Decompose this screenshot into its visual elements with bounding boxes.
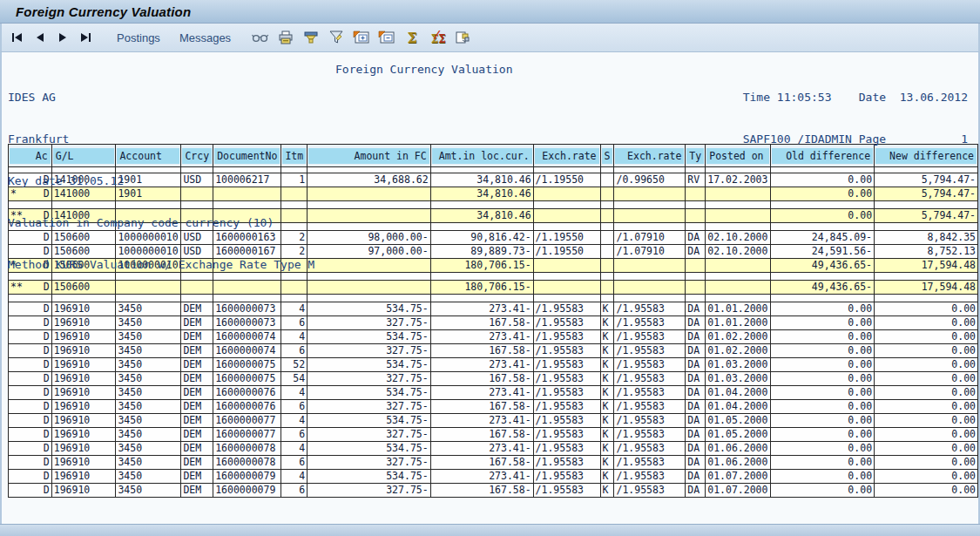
cell-new_diff: 0.00 [875, 302, 978, 316]
cell-crcy: DEM [181, 484, 213, 498]
column-header-rate1[interactable]: Exch.rate [533, 145, 600, 167]
postings-button[interactable]: Postings [110, 30, 167, 46]
cell-s [600, 295, 614, 302]
cell-account: 3450 [116, 386, 181, 400]
last-page-icon[interactable] [78, 31, 92, 44]
cell-gl: 196910 [51, 330, 116, 344]
table-row[interactable]: D1969103450DEM16000000776327.75-167.58-/… [9, 428, 978, 442]
cell-amt_loc: 167.58- [430, 344, 533, 358]
table-row[interactable]: D1969103450DEM16000000774534.75-273.41-/… [9, 414, 978, 428]
cell-posted [706, 201, 771, 209]
cell-rate2: /1.95583 [614, 330, 686, 344]
cell-rate2 [614, 167, 686, 173]
cell-new_diff: 0.00 [875, 442, 978, 456]
cell-posted: 01.06.2000 [706, 442, 771, 456]
cell-s [600, 209, 614, 223]
cell-old_diff: 0.00 [771, 316, 875, 330]
display-icon[interactable] [252, 29, 269, 46]
subtotal-icon[interactable]: Σ⁄Σ [429, 29, 446, 46]
cell-ty: DA [686, 428, 706, 442]
cell-gl: 196910 [51, 400, 116, 414]
table-row[interactable]: D1969103450DEM16000000784534.75-273.41-/… [9, 442, 978, 456]
table-row[interactable]: D1969103450DEM16000000766327.75-167.58-/… [9, 400, 978, 414]
cell-amt_loc [430, 223, 533, 231]
cell-ty: DA [686, 470, 706, 484]
cell-s: K [600, 484, 614, 498]
cell-rate1: /1.95583 [533, 316, 600, 330]
cell-posted [706, 259, 771, 273]
messages-button[interactable]: Messages [172, 30, 238, 46]
cell-amt_loc: 180,706.15- [430, 259, 533, 273]
cell-amount_fc [308, 223, 431, 231]
cell-rate2 [614, 187, 686, 201]
cell-amount_fc: 327.75- [308, 400, 431, 414]
table-row[interactable]: D1969103450DEM16000000746327.75-167.58-/… [9, 344, 978, 358]
table-row[interactable]: D1969103450DEM16000000744534.75-273.41-/… [9, 330, 978, 344]
column-header-amount_fc[interactable]: Amount in FC [308, 145, 431, 167]
cell-crcy: DEM [181, 386, 213, 400]
cell-rate1: /1.95583 [533, 386, 600, 400]
cell-old_diff: 0.00 [771, 400, 875, 414]
table-row[interactable]: D1969103450DEM16000000736327.75-167.58-/… [9, 316, 978, 330]
expand-icon[interactable] [353, 29, 370, 46]
cell-amount_fc: 327.75- [308, 484, 431, 498]
first-page-icon[interactable] [10, 31, 24, 44]
cell-doc: 1600000077 [213, 414, 281, 428]
column-header-s[interactable]: S [600, 145, 614, 167]
cell-doc: 1600000073 [213, 302, 281, 316]
cell-new_diff: 17,594.48 [875, 259, 978, 273]
export-icon[interactable] [454, 29, 471, 46]
cell-new_diff: 0.00 [875, 372, 978, 386]
cell-posted: 01.04.2000 [706, 386, 771, 400]
cell-amt_loc: 90,816.42- [430, 231, 533, 245]
table-row[interactable]: D1969103450DEM16000000764534.75-273.41-/… [9, 386, 978, 400]
column-header-ty[interactable]: Ty [686, 145, 706, 167]
cell-posted [706, 273, 771, 281]
cell-ty: DA [686, 344, 706, 358]
cell-amount_fc [308, 259, 431, 273]
cell-ty [686, 201, 706, 209]
window-bottom-strip [0, 524, 980, 536]
table-row[interactable]: D1969103450DEM160000007552534.75-273.41-… [9, 358, 978, 372]
cell-ty [686, 259, 706, 273]
column-header-amt_loc[interactable]: Amt.in loc.cur. [430, 145, 533, 167]
cell-new_diff: 5,794.47- [875, 187, 978, 201]
cell-amt_loc: 167.58- [430, 372, 533, 386]
table-row[interactable]: D1969103450DEM16000000734534.75-273.41-/… [9, 302, 978, 316]
report-header: IDES AG Frankfurt Key date 31.05.12 Valu… [2, 52, 978, 144]
cell-account: 3450 [116, 470, 181, 484]
filter-icon[interactable] [328, 29, 345, 46]
cell-rate1 [533, 167, 600, 173]
table-row[interactable]: D1969103450DEM16000000794534.75-273.41-/… [9, 470, 978, 484]
cell-rate1 [533, 295, 600, 302]
table-row[interactable]: D1969103450DEM16000000796327.75-167.58-/… [9, 484, 978, 498]
cell-crcy: DEM [181, 414, 213, 428]
table-row[interactable]: D1969103450DEM16000000786327.75-167.58-/… [9, 456, 978, 470]
cell-posted: 01.02.2000 [706, 330, 771, 344]
cell-doc: 1600000073 [213, 316, 281, 330]
cell-rate1: /1.95583 [533, 372, 600, 386]
cell-account: 3450 [116, 316, 181, 330]
cell-rate1 [533, 281, 600, 295]
column-header-rate2[interactable]: Exch.rate [614, 145, 686, 167]
cell-amt_loc: 167.58- [430, 400, 533, 414]
sort-icon[interactable] [302, 29, 320, 46]
program-page-line: SAPF100 /IDADMIN Page 1 [743, 132, 968, 146]
print-icon[interactable] [277, 29, 294, 46]
cell-s [600, 273, 614, 281]
cell-gl: 196910 [51, 302, 116, 316]
previous-page-icon[interactable] [33, 31, 47, 44]
cell-amount_fc: 534.75- [308, 358, 431, 372]
sap-window: Foreign Currency Valuation Postings Mess… [0, 0, 980, 536]
cell-rate1: /1.19550 [533, 173, 600, 187]
sum-icon[interactable]: Σ [403, 29, 421, 46]
collapse-icon[interactable] [378, 29, 395, 46]
cell-ty: DA [686, 245, 706, 259]
cell-gl: 196910 [51, 316, 116, 330]
table-row[interactable]: D1969103450DEM160000007554327.75-167.58-… [9, 372, 978, 386]
cell-ty: DA [686, 484, 706, 498]
cell-rate2 [614, 201, 686, 209]
cell-s [600, 281, 614, 295]
cell-ty: DA [686, 386, 706, 400]
next-page-icon[interactable] [56, 31, 70, 44]
